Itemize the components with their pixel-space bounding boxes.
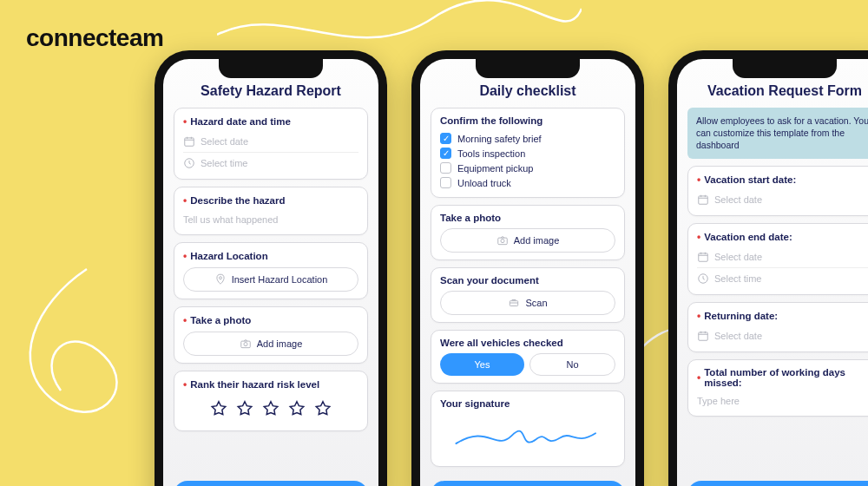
section-end-date: •Vacation end date: Select date Select t… bbox=[687, 223, 868, 295]
no-button[interactable]: No bbox=[529, 353, 615, 376]
form-title: Daily checklist bbox=[431, 83, 625, 99]
section-risk: •Rank their hazard risk level bbox=[174, 371, 368, 431]
phone-daily-checklist: Daily checklist Confirm the following Mo… bbox=[411, 50, 644, 486]
signature-pad[interactable] bbox=[440, 414, 615, 456]
brand-logo: connecteam bbox=[26, 24, 163, 52]
star-4[interactable] bbox=[287, 399, 306, 422]
calendar-icon bbox=[697, 330, 709, 342]
section-signature: Your signature bbox=[431, 391, 625, 467]
section-days-missed: •Total number of working days missed: Ty… bbox=[687, 359, 868, 417]
section-start-date: •Vacation start date: Select date bbox=[687, 166, 868, 216]
svg-point-6 bbox=[501, 240, 504, 243]
star-1[interactable] bbox=[209, 399, 228, 422]
date-field[interactable]: Select date bbox=[183, 133, 358, 150]
section-date-time: •Hazard date and time Select date Select… bbox=[174, 108, 368, 180]
phone-vacation-request: Vacation Request Form Allow employees to… bbox=[668, 50, 868, 486]
svg-rect-7 bbox=[510, 301, 518, 306]
yes-button[interactable]: Yes bbox=[440, 353, 524, 376]
star-2[interactable] bbox=[235, 399, 254, 422]
section-describe: •Describe the hazard Tell us what happen… bbox=[174, 187, 368, 235]
info-banner: Allow employees to ask for a vacation. Y… bbox=[687, 108, 868, 159]
form-title: Safety Hazard Report bbox=[174, 83, 368, 99]
calendar-icon bbox=[697, 251, 709, 263]
add-image-button[interactable]: Add image bbox=[183, 332, 358, 356]
describe-input[interactable]: Tell us what happened bbox=[183, 212, 358, 227]
next-button[interactable]: Next bbox=[174, 481, 368, 486]
checkbox-icon bbox=[440, 133, 451, 144]
scanner-icon bbox=[508, 297, 520, 309]
section-scan: Scan your document Scan bbox=[431, 267, 625, 323]
camera-icon bbox=[496, 234, 509, 246]
svg-rect-11 bbox=[699, 332, 708, 339]
section-location: •Hazard Location Insert Hazard Location bbox=[174, 242, 368, 299]
check-unload-truck[interactable]: Unload truck bbox=[440, 175, 615, 190]
days-input[interactable]: Type here bbox=[697, 393, 868, 409]
send-button[interactable]: Send bbox=[431, 481, 625, 486]
svg-point-4 bbox=[244, 343, 247, 346]
checkbox-icon bbox=[440, 162, 451, 174]
pin-icon bbox=[214, 273, 227, 286]
calendar-icon bbox=[697, 194, 709, 206]
section-photo: Take a photo Add image bbox=[431, 205, 625, 260]
svg-rect-0 bbox=[185, 138, 194, 146]
svg-point-2 bbox=[219, 277, 221, 279]
clock-icon bbox=[183, 157, 195, 169]
location-input[interactable]: Insert Hazard Location bbox=[183, 267, 358, 292]
add-image-button[interactable]: Add image bbox=[440, 228, 615, 253]
calendar-icon bbox=[183, 135, 195, 148]
checkbox-icon bbox=[440, 148, 451, 159]
section-photo: •Take a photo Add image bbox=[174, 306, 368, 364]
scan-button[interactable]: Scan bbox=[440, 291, 615, 315]
time-field[interactable]: Select time bbox=[697, 267, 868, 287]
svg-rect-8 bbox=[699, 195, 708, 203]
date-field[interactable]: Select date bbox=[697, 191, 868, 208]
section-returning-date: •Returning date: Select date bbox=[687, 302, 868, 352]
star-3[interactable] bbox=[261, 399, 280, 422]
section-confirm: Confirm the following Morning safety bri… bbox=[431, 108, 625, 198]
form-title: Vacation Request Form bbox=[687, 83, 868, 99]
section-vehicles-checked: Were all vehicles checked Yes No bbox=[431, 330, 625, 384]
time-field[interactable]: Select time bbox=[183, 152, 358, 172]
phone-safety-hazard: Safety Hazard Report •Hazard date and ti… bbox=[155, 50, 387, 486]
date-field[interactable]: Select date bbox=[697, 327, 868, 345]
svg-rect-9 bbox=[699, 253, 708, 260]
clock-icon bbox=[697, 273, 709, 285]
date-field[interactable]: Select date bbox=[697, 248, 868, 266]
star-5[interactable] bbox=[313, 399, 332, 422]
check-tools-inspection[interactable]: Tools inspection bbox=[440, 146, 615, 161]
check-equipment-pickup[interactable]: Equipment pickup bbox=[440, 161, 615, 175]
check-morning-brief[interactable]: Morning safety brief bbox=[440, 131, 615, 146]
checkbox-icon bbox=[440, 177, 451, 188]
send-button[interactable]: Send bbox=[687, 481, 868, 486]
camera-icon bbox=[240, 338, 252, 350]
